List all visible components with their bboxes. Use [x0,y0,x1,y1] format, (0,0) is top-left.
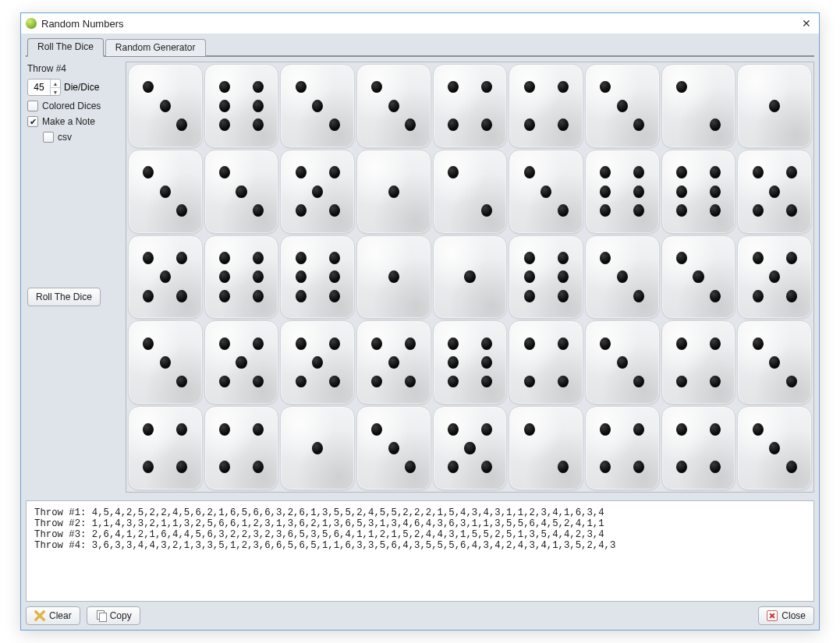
die-pip [296,204,307,217]
die [280,64,355,148]
make-note-row[interactable]: ✔ Make a Note [27,116,118,127]
die-pip [329,271,340,284]
die-pip [633,166,644,178]
window: Random Numbers ✕ Roll The Dice Random Ge… [20,12,820,631]
die-pip [448,461,459,473]
die-pip [558,376,569,388]
csv-checkbox[interactable] [43,132,54,143]
tab-roll-dice[interactable]: Roll The Dice [27,38,104,57]
die [280,406,355,490]
die-pip [558,271,569,284]
die [128,320,203,405]
die-pip [617,356,628,369]
die-pip [329,204,340,217]
die [661,235,736,320]
die-pip [676,81,687,94]
die-pip [329,337,340,350]
die-pip [176,204,187,217]
die [204,64,279,148]
die-pip [143,290,154,302]
die-pip [296,337,307,350]
make-note-label: Make a Note [42,116,95,127]
die [204,320,279,405]
die-pip [296,81,307,94]
spinner-up[interactable]: ▲ [51,79,60,88]
dice-count-input[interactable] [28,79,50,95]
die-pip [524,118,535,131]
die [433,150,508,234]
die-pip [219,461,230,473]
die-pip [710,337,721,350]
die-pip [143,166,154,178]
die-pip [786,166,797,178]
die [661,64,736,148]
clear-button[interactable]: Clear [26,606,80,625]
die-pip [405,461,416,473]
tab-strip: Roll The Dice Random Generator [26,37,814,57]
spinner-down[interactable]: ▼ [51,88,60,96]
die-pip [160,271,171,284]
die [661,406,736,490]
colored-dices-checkbox[interactable] [27,101,38,111]
window-close-button[interactable]: ✕ [799,16,814,31]
colored-dices-row[interactable]: Colored Dices [27,101,118,111]
die-pip [600,461,611,473]
die-pip [558,337,569,350]
die-pip [388,356,399,369]
die-pip [524,376,535,388]
die-pip [329,252,340,264]
die-pip [219,118,230,131]
die-pip [296,290,307,302]
die [737,64,812,148]
die-pip [481,118,492,131]
die-pip [219,423,230,436]
die-pip [143,252,154,264]
die-pip [236,356,246,369]
die-pip [786,252,797,264]
die [737,320,812,405]
tab-random-generator[interactable]: Random Generator [105,39,206,56]
die-pip [769,185,780,198]
die-pip [219,337,230,350]
dice-count-spinner[interactable]: ▲ ▼ [27,79,61,96]
die [433,406,508,490]
die-pip [219,81,230,94]
die [356,406,431,490]
die [509,235,583,320]
die-pip [253,204,264,217]
die-pip [448,166,459,178]
die [737,235,812,320]
die-pip [160,100,171,112]
make-note-checkbox[interactable]: ✔ [27,116,38,127]
die-pip [160,356,171,369]
die-pip [176,118,187,131]
die-pip [676,252,687,264]
csv-row[interactable]: csv [27,132,118,143]
die [280,320,355,405]
die [356,235,431,320]
die-pip [676,185,687,198]
die-pip [753,252,764,264]
die-pip [448,81,459,94]
roll-dice-button[interactable]: Roll The Dice [27,288,101,306]
die-pip [371,337,382,350]
die-pip [481,461,492,473]
clear-button-label: Clear [49,610,72,621]
die-pip [405,118,416,131]
die-pip [329,290,340,302]
close-button[interactable]: Close [758,606,814,625]
die-pip [769,442,780,454]
die-pip [753,290,764,302]
die-pip [253,337,264,350]
copy-button[interactable]: Copy [87,606,140,625]
die-pip [143,81,154,94]
die-pip [296,252,307,264]
die [509,406,583,490]
die-pip [600,166,611,178]
die-pip [312,442,323,454]
notes-textarea[interactable]: Throw #1: 4,5,4,2,5,2,2,4,5,6,2,1,6,5,6,… [26,500,814,602]
die-pip [676,461,687,473]
window-title: Random Numbers [41,18,799,30]
die-pip [176,461,187,473]
client-area: Roll The Dice Random Generator Throw #4 … [21,34,819,630]
